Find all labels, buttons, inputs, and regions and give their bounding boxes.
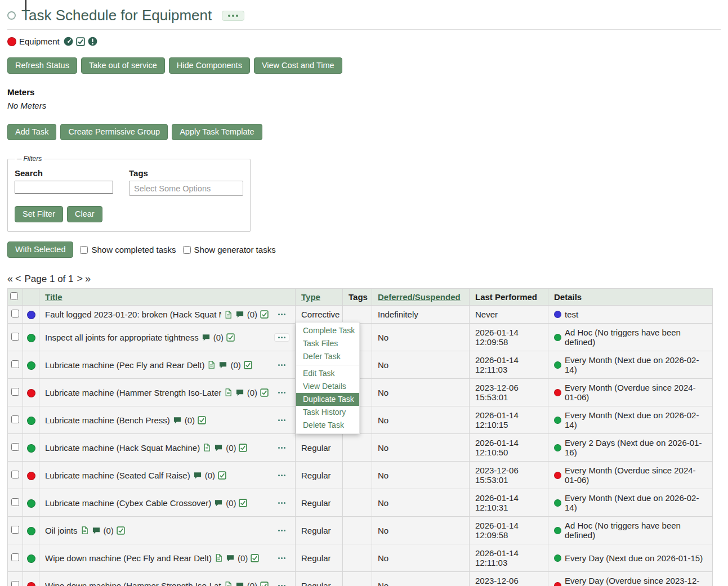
row-type-cell: Regular bbox=[296, 434, 343, 462]
task-title-link[interactable]: Lubricate machine (Bench Press) bbox=[45, 415, 170, 425]
row-actions-button[interactable] bbox=[274, 388, 289, 397]
add-task-button[interactable]: Add Task bbox=[7, 124, 56, 140]
comments-icon[interactable] bbox=[202, 333, 211, 342]
assigned-check-icon[interactable] bbox=[198, 416, 206, 424]
task-title-link[interactable]: Inspect all joints for appropriate tight… bbox=[45, 333, 199, 342]
row-actions-button[interactable] bbox=[274, 526, 289, 535]
collapse-minus-icon[interactable]: ─ bbox=[17, 155, 21, 163]
assigned-check-icon[interactable] bbox=[251, 554, 259, 562]
row-actions-button[interactable] bbox=[274, 581, 289, 586]
clear-filter-button[interactable]: Clear bbox=[67, 206, 102, 222]
menu-item-view-details[interactable]: View Details bbox=[296, 380, 359, 393]
prev-page-button[interactable]: < bbox=[15, 273, 21, 285]
last-page-button[interactable]: » bbox=[85, 273, 91, 285]
assigned-check-icon[interactable] bbox=[260, 581, 269, 586]
row-checkbox[interactable] bbox=[11, 360, 19, 368]
file-icon[interactable] bbox=[203, 443, 211, 452]
row-actions-button[interactable] bbox=[274, 444, 289, 452]
task-title-link[interactable]: Lubricate machine (Hammer Strength Iso-L… bbox=[45, 388, 221, 397]
gauge-icon[interactable] bbox=[64, 37, 73, 46]
file-icon[interactable] bbox=[81, 526, 89, 535]
task-title-link[interactable]: Lubricate machine (Hack Squat Machine) bbox=[45, 443, 200, 453]
take-out-of-service-button[interactable]: Take out of service bbox=[81, 57, 165, 74]
row-actions-button[interactable] bbox=[274, 333, 289, 342]
row-checkbox[interactable] bbox=[11, 581, 19, 586]
row-checkbox[interactable] bbox=[11, 388, 19, 396]
row-actions-button[interactable] bbox=[274, 416, 289, 424]
menu-item-defer-task[interactable]: Defer Task bbox=[296, 350, 359, 363]
with-selected-button[interactable]: With Selected bbox=[7, 241, 73, 258]
task-title-link[interactable]: Wipe down machine (Hammer Strength Iso-L… bbox=[45, 581, 221, 586]
row-checkbox[interactable] bbox=[11, 415, 19, 423]
check-square-icon[interactable] bbox=[76, 37, 85, 46]
comments-icon[interactable] bbox=[92, 526, 101, 535]
file-icon[interactable] bbox=[207, 360, 216, 369]
comments-icon[interactable] bbox=[193, 471, 202, 480]
assigned-check-icon[interactable] bbox=[244, 361, 252, 369]
menu-item-task-history[interactable]: Task History bbox=[296, 406, 359, 419]
row-checkbox[interactable] bbox=[11, 498, 19, 506]
task-title-link[interactable]: Oil joints bbox=[45, 526, 78, 535]
row-checkbox[interactable] bbox=[11, 310, 19, 317]
assigned-check-icon[interactable] bbox=[260, 388, 269, 397]
row-actions-button[interactable] bbox=[274, 471, 289, 480]
task-title-link[interactable]: Lubricate machine (Cybex Cable Crossover… bbox=[45, 498, 211, 508]
task-title-link[interactable]: Lubricate machine (Seated Calf Raise) bbox=[45, 471, 190, 480]
select-all-checkbox[interactable] bbox=[10, 292, 18, 300]
menu-item-delete-task[interactable]: Delete Task bbox=[296, 419, 359, 432]
row-checkbox[interactable] bbox=[11, 471, 19, 478]
file-icon[interactable] bbox=[215, 553, 223, 562]
task-title-link[interactable]: Wipe down machine (Pec Fly and Rear Delt… bbox=[45, 553, 212, 563]
file-icon[interactable] bbox=[224, 310, 233, 319]
assigned-check-icon[interactable] bbox=[226, 333, 235, 342]
apply-task-template-button[interactable]: Apply Task Template bbox=[172, 124, 262, 140]
row-actions-button[interactable] bbox=[274, 361, 289, 369]
show-generator-checkbox[interactable] bbox=[183, 246, 191, 254]
menu-item-task-files[interactable]: Task Files bbox=[296, 337, 359, 350]
task-title-link[interactable]: Lubricate machine (Pec Fly and Rear Delt… bbox=[45, 360, 204, 370]
menu-item-complete-task[interactable]: Complete Task bbox=[296, 324, 359, 337]
assigned-check-icon[interactable] bbox=[260, 310, 269, 319]
hide-components-button[interactable]: Hide Components bbox=[169, 57, 250, 74]
first-page-button[interactable]: « bbox=[7, 273, 13, 285]
row-checkbox[interactable] bbox=[11, 526, 19, 534]
sort-by-type-link[interactable]: Type bbox=[301, 292, 320, 302]
row-checkbox[interactable] bbox=[11, 443, 19, 451]
set-filter-button[interactable]: Set Filter bbox=[15, 206, 63, 222]
view-cost-and-time-button[interactable]: View Cost and Time bbox=[254, 57, 342, 74]
comments-icon[interactable] bbox=[218, 361, 227, 369]
row-checkbox[interactable] bbox=[11, 553, 19, 561]
row-actions-button[interactable] bbox=[274, 310, 289, 319]
tags-select[interactable] bbox=[129, 181, 243, 196]
assigned-check-icon[interactable] bbox=[117, 526, 125, 535]
comments-icon[interactable] bbox=[173, 416, 182, 424]
task-title-link[interactable]: Fault logged 2023-01-20: broken (Hack Sq… bbox=[45, 310, 221, 319]
assigned-check-icon[interactable] bbox=[218, 471, 226, 480]
table-header-row: Title Type Tags Deferred/Suspended Last … bbox=[8, 289, 713, 306]
comments-icon[interactable] bbox=[226, 554, 235, 562]
comments-icon[interactable] bbox=[235, 310, 244, 319]
comments-icon[interactable] bbox=[235, 388, 244, 397]
title-more-button[interactable] bbox=[222, 11, 244, 21]
show-completed-checkbox[interactable] bbox=[80, 246, 88, 254]
sort-by-deferred-link[interactable]: Deferred/Suspended bbox=[378, 292, 461, 302]
row-checkbox[interactable] bbox=[11, 333, 19, 341]
next-page-button[interactable]: > bbox=[77, 273, 83, 285]
menu-item-edit-task[interactable]: Edit Task bbox=[296, 367, 359, 380]
row-actions-button[interactable] bbox=[274, 499, 289, 507]
create-permissive-group-button[interactable]: Create Permissive Group bbox=[60, 124, 168, 140]
sort-by-title-link[interactable]: Title bbox=[45, 292, 62, 302]
search-input[interactable] bbox=[15, 181, 113, 194]
row-actions-button[interactable] bbox=[274, 554, 289, 562]
exclamation-circle-icon[interactable] bbox=[88, 37, 97, 46]
file-icon[interactable] bbox=[224, 581, 233, 586]
refresh-status-button[interactable]: Refresh Status bbox=[7, 57, 77, 74]
assigned-check-icon[interactable] bbox=[239, 499, 247, 507]
filters-legend[interactable]: ─ Filters bbox=[15, 155, 44, 163]
menu-item-duplicate-task[interactable]: Duplicate Task bbox=[296, 393, 359, 406]
assigned-check-icon[interactable] bbox=[239, 444, 247, 452]
comments-icon[interactable] bbox=[235, 581, 244, 586]
comments-icon[interactable] bbox=[214, 444, 223, 452]
comments-icon[interactable] bbox=[214, 499, 223, 507]
file-icon[interactable] bbox=[224, 388, 233, 397]
